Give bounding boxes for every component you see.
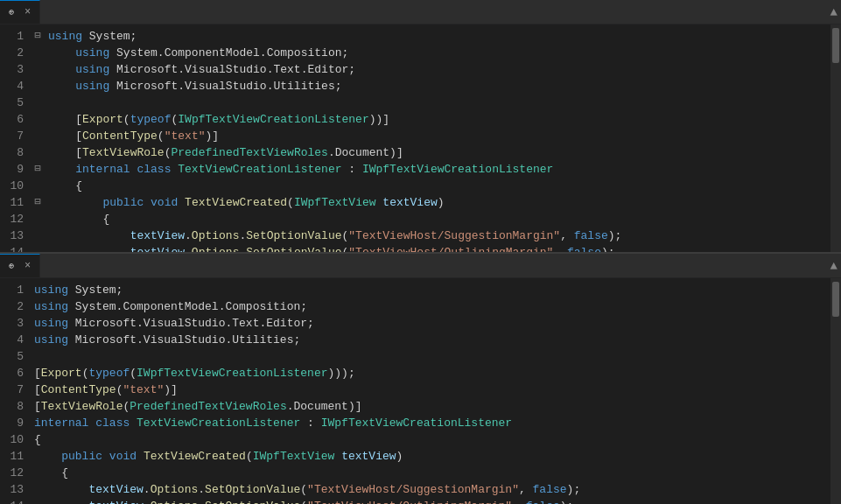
fold-icon-11[interactable]: ⊟ [31,194,45,211]
fold-icon-12 [31,211,45,228]
fold-icon-4 [31,78,45,94]
code-area-bottom: 12345678910111213141516using System;usin… [0,278,841,504]
fold-icon-14 [31,244,45,252]
fold-icon-9[interactable]: ⊟ [31,161,45,178]
code-line[interactable] [45,94,830,111]
fold-icon-13 [31,228,45,244]
code-line[interactable]: [TextViewRole(PredefinedTextViewRoles.Do… [31,398,830,415]
fold-icon-1[interactable]: ⊟ [31,28,45,45]
top-scrollbar[interactable] [830,24,841,252]
editor-container: ⊕ × ▲ 12345678910111213141516⊟⊟⊟using Sy… [0,0,841,504]
code-line[interactable]: { [31,431,830,448]
tab-pin-icon-bottom: ⊕ [9,261,14,271]
code-line[interactable]: [ContentType("text")] [45,128,830,144]
fold-icon-3 [31,61,45,78]
tab-bottom[interactable]: ⊕ × [0,254,40,277]
tab-pin-icon: ⊕ [9,7,14,18]
code-content: using System; using System.ComponentMode… [45,24,830,252]
editor-pane-bottom: ⊕ × ▲ 12345678910111213141516using Syste… [0,254,841,504]
tab-top[interactable]: ⊕ × [0,0,40,24]
code-line[interactable]: internal class TextViewCreationListener … [31,415,830,431]
fold-icon-7 [31,128,45,144]
code-content: using System;using System.ComponentModel… [31,278,830,504]
fold-icon-2 [31,45,45,61]
code-line[interactable]: using System; [45,28,830,45]
code-line[interactable]: { [45,211,830,228]
line-numbers: 12345678910111213141516 [0,278,31,504]
code-line[interactable]: [TextViewRole(PredefinedTextViewRoles.Do… [45,144,830,161]
code-line[interactable]: using Microsoft.VisualStudio.Text.Editor… [31,315,830,332]
line-numbers: 12345678910111213141516 [0,24,31,252]
code-line[interactable]: using Microsoft.VisualStudio.Utilities; [31,332,830,348]
code-line[interactable]: textView.Options.SetOptionValue("TextVie… [31,498,830,504]
code-line[interactable]: using Microsoft.VisualStudio.Utilities; [45,78,830,94]
bottom-scrollbar[interactable] [830,278,841,504]
code-line[interactable]: internal class TextViewCreationListener … [45,161,830,178]
code-line[interactable]: using System.ComponentModel.Composition; [45,45,830,61]
code-line[interactable]: [ContentType("text")] [31,382,830,398]
code-line[interactable]: textView.Options.SetOptionValue("TextVie… [45,228,830,244]
fold-icon-10 [31,178,45,194]
tab-close-top[interactable]: × [25,6,31,18]
code-line[interactable]: textView.Options.SetOptionValue("TextVie… [45,244,830,252]
code-line[interactable]: using System; [31,282,830,298]
fold-icon-6 [31,111,45,128]
code-line[interactable]: using Microsoft.VisualStudio.Text.Editor… [45,61,830,78]
code-line[interactable] [31,348,830,365]
code-line[interactable]: { [31,465,830,481]
code-line[interactable]: [Export(typeof(IWpfTextViewCreationListe… [45,111,830,128]
code-line[interactable]: textView.Options.SetOptionValue("TextVie… [31,481,830,498]
tab-bar-top: ⊕ × ▲ [0,0,841,24]
editor-pane-top: ⊕ × ▲ 12345678910111213141516⊟⊟⊟using Sy… [0,0,841,254]
tab-close-bottom[interactable]: × [25,260,31,272]
pane-bottom-scroll-up[interactable]: ▲ [830,259,837,273]
fold-icon-8 [31,144,45,161]
code-area-top: 12345678910111213141516⊟⊟⊟using System; … [0,24,841,252]
code-line[interactable]: public void TextViewCreated(IWpfTextView… [45,194,830,211]
fold-icon-5 [31,94,45,111]
fold-gutter: ⊟⊟⊟ [31,24,45,252]
code-line[interactable]: public void TextViewCreated(IWpfTextView… [31,448,830,465]
code-line[interactable]: [Export(typeof(IWpfTextViewCreationListe… [31,365,830,382]
tab-bar-bottom: ⊕ × ▲ [0,254,841,278]
code-line[interactable]: using System.ComponentModel.Composition; [31,298,830,315]
code-line[interactable]: { [45,178,830,194]
pane-top-scroll-up[interactable]: ▲ [830,5,837,19]
